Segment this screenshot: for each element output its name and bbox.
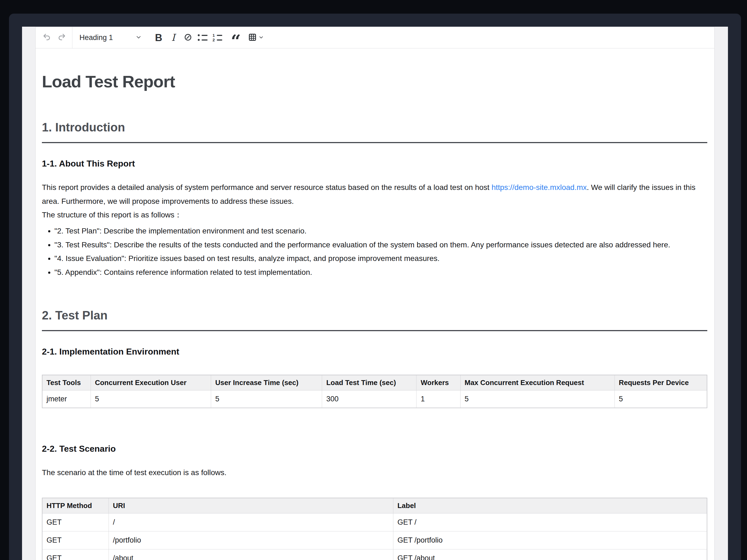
bold-icon: B [155, 33, 162, 43]
blockquote-icon: “ [231, 39, 241, 43]
subsection-heading-about: 1-1. About This Report [42, 158, 707, 169]
bullet-list-button[interactable] [195, 30, 210, 45]
implementation-environment-table: Test Tools Concurrent Execution User Use… [42, 375, 707, 408]
list-item: "3. Test Results": Describe the results … [54, 238, 707, 252]
bold-button[interactable]: B [151, 30, 166, 45]
scenario-paragraph: The scenario at the time of test executi… [42, 466, 707, 480]
toolbar-divider [72, 27, 72, 48]
table-cell: / [108, 513, 393, 531]
heading-style-select[interactable]: Heading 1 [76, 30, 144, 45]
table-cell: 5 [460, 390, 615, 408]
table-row: GET / GET / [42, 513, 707, 531]
column-header: URI [108, 498, 393, 513]
column-header: Label [393, 498, 707, 513]
about-text-before-link: This report provides a detailed analysis… [42, 183, 492, 192]
table-icon [248, 33, 257, 43]
chevron-down-icon [136, 34, 141, 41]
table-cell: GET [42, 531, 108, 549]
list-item: "4. Issue Evaluation": Prioritize issues… [54, 252, 707, 265]
list-item: "2. Test Plan": Describe the implementat… [54, 224, 707, 238]
section-heading-introduction: 1. Introduction [42, 121, 707, 143]
editor-toolbar: Heading 1 B I [36, 27, 714, 48]
list-item: "5. Appendix": Contains reference inform… [54, 265, 707, 279]
undo-icon [43, 33, 51, 43]
table-cell: 300 [322, 390, 416, 408]
document-editing-area[interactable]: Load Test Report 1. Introduction 1-1. Ab… [36, 72, 714, 560]
test-scenario-table: HTTP Method URI Label GET / GET / GET [42, 498, 707, 560]
table-header-row: Test Tools Concurrent Execution User Use… [42, 375, 707, 390]
italic-button[interactable]: I [166, 30, 181, 45]
table-row: GET /portfolio GET /portfolio [42, 531, 707, 549]
structure-intro-line: The structure of this report is as follo… [42, 208, 707, 222]
bullet-list-icon [198, 33, 208, 42]
column-header: HTTP Method [42, 498, 108, 513]
undo-button[interactable] [40, 30, 54, 45]
table-cell: GET / [393, 513, 707, 531]
blockquote-button[interactable]: “ [229, 30, 243, 45]
table-row: GET /about GET /about [42, 549, 707, 560]
subsection-heading-scenario: 2-2. Test Scenario [42, 443, 707, 454]
table-cell: 5 [615, 390, 707, 408]
column-header: Test Tools [42, 375, 91, 390]
editor-surface: Heading 1 B I [22, 27, 728, 560]
table-cell: /about [108, 549, 393, 560]
host-link[interactable]: https://demo-site.mxload.mx [492, 183, 587, 192]
redo-button[interactable] [54, 30, 69, 45]
document-title: Load Test Report [42, 72, 707, 91]
table-cell: 5 [91, 390, 211, 408]
section-heading-test-plan: 2. Test Plan [42, 309, 707, 331]
column-header: Requests Per Device [615, 375, 707, 390]
document-page: Heading 1 B I [35, 27, 715, 560]
subsection-heading-environment: 2-1. Implementation Environment [42, 347, 707, 357]
app-window: Heading 1 B I [9, 14, 741, 560]
table-menu-button[interactable] [243, 30, 268, 45]
table-cell: jmeter [42, 390, 91, 408]
column-header: Concurrent Execution User [91, 375, 211, 390]
ordered-list-button[interactable]: 1 2 [210, 30, 225, 45]
redo-icon [57, 33, 66, 43]
chevron-down-icon [259, 35, 264, 41]
table-header-row: HTTP Method URI Label [42, 498, 707, 513]
heading-style-label: Heading 1 [79, 33, 113, 42]
table-row: jmeter 5 5 300 1 5 5 [42, 390, 707, 408]
report-structure-list: "2. Test Plan": Describe the implementat… [42, 224, 707, 279]
table-cell: 5 [211, 390, 322, 408]
italic-icon: I [171, 33, 175, 43]
table-cell: GET /about [393, 549, 707, 560]
link-button[interactable] [181, 30, 195, 45]
table-cell: /portfolio [108, 531, 393, 549]
column-header: User Increase Time (sec) [211, 375, 322, 390]
column-header: Load Test Time (sec) [322, 375, 416, 390]
link-icon [184, 33, 192, 43]
column-header: Workers [416, 375, 460, 390]
table-cell: GET [42, 549, 108, 560]
table-cell: 1 [416, 390, 460, 408]
about-paragraph: This report provides a detailed analysis… [42, 181, 707, 208]
table-cell: GET /portfolio [393, 531, 707, 549]
column-header: Max Concurrent Execution Request [460, 375, 615, 390]
ordered-list-icon: 1 2 [212, 33, 222, 42]
table-cell: GET [42, 513, 108, 531]
